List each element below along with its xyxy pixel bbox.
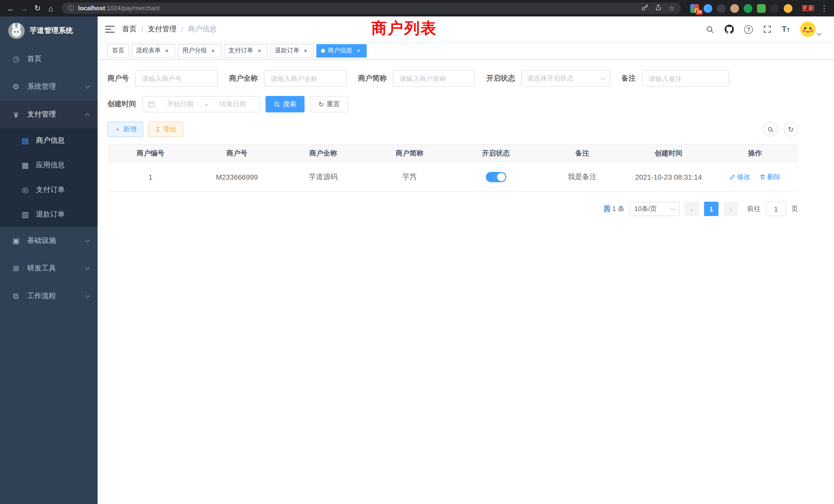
sidebar-item-home[interactable]: ◷ 首页 <box>0 45 97 73</box>
font-size-icon[interactable]: TT <box>782 25 790 33</box>
merchant-name-input[interactable] <box>264 70 347 87</box>
extension-tabs-icon[interactable]: 10 <box>690 4 699 13</box>
home-icon[interactable]: ⌂ <box>44 2 58 15</box>
reset-button[interactable]: ↻ 重置 <box>310 96 348 112</box>
payment-submenu: ▤ 商户信息 ▦ 应用信息 ◎ 支付订单 ▥ 退款订单 <box>0 128 97 227</box>
extension-icon-5[interactable] <box>744 4 752 13</box>
start-date-placeholder: 开始日期 <box>158 99 202 109</box>
field-label: 商户全称 <box>229 74 264 83</box>
table-settings: ↻ <box>763 122 798 137</box>
bookmark-star-icon[interactable]: ☆ <box>668 4 675 12</box>
info-icon[interactable]: ⓘ <box>68 4 74 13</box>
refresh-table-icon[interactable]: ↻ <box>784 122 798 137</box>
next-page-button[interactable]: › <box>724 202 738 216</box>
link-label: 删除 <box>767 172 781 181</box>
sidebar-item-devtools[interactable]: ⊞ 研发工具 <box>0 255 97 282</box>
search-button[interactable]: 搜索 <box>265 96 305 112</box>
page-size-select[interactable]: 10条/页 <box>630 202 679 216</box>
share-icon[interactable] <box>655 4 662 13</box>
export-button[interactable]: ↧ 导出 <box>148 122 183 137</box>
menu-label: 首页 <box>27 54 42 64</box>
key-icon[interactable] <box>641 4 649 13</box>
trash-icon <box>760 174 766 180</box>
pagination: 共 1 条 10条/页 ‹ 1 › 前往 页 <box>107 202 798 216</box>
breadcrumb-home[interactable]: 首页 <box>122 25 137 34</box>
tab-pay-order[interactable]: 支付订单 × <box>224 44 267 57</box>
main-area: 首页 / 支付管理 / 商户信息 商户列表 ? TT <box>97 17 834 504</box>
close-icon[interactable]: × <box>210 47 217 54</box>
search-icon[interactable] <box>706 25 714 33</box>
menu-kebab-icon[interactable]: ⋮ <box>821 4 828 12</box>
extension-paw-icon[interactable] <box>770 4 779 13</box>
extension-icon-6[interactable] <box>757 4 766 13</box>
close-icon[interactable]: × <box>163 47 171 54</box>
breadcrumb-current: 商户信息 <box>188 25 217 34</box>
menu-label: 支付管理 <box>27 110 56 119</box>
sidebar-item-app-info[interactable]: ▦ 应用信息 <box>0 153 97 178</box>
menu-label: 工作流程 <box>27 292 56 301</box>
date-separator: - <box>205 100 208 108</box>
navbar-actions: ? TT <box>706 22 834 37</box>
forward-icon[interactable]: → <box>18 2 31 15</box>
table-toolbar: ＋ 新增 ↧ 导出 ↻ <box>107 122 798 137</box>
sidebar-item-system[interactable]: ⚙ 系统管理 <box>0 73 97 100</box>
browser-chrome: ← → ↻ ⌂ ⓘ localhost:1024/pay/merchant ☆ … <box>0 0 834 17</box>
extensions-row: 10 <box>690 4 792 13</box>
tab-label: 支付订单 <box>228 46 253 55</box>
tab-home[interactable]: 首页 <box>107 44 129 57</box>
tab-label: 用户分组 <box>182 46 207 55</box>
github-icon[interactable] <box>725 25 734 34</box>
tab-user-group[interactable]: 用户分组 × <box>178 44 221 57</box>
filter-form-row-1: 商户号 商户全称 商户简称 开启状态 请选择开启状态 <box>107 70 798 87</box>
close-icon[interactable]: × <box>355 47 362 54</box>
extension-avatar-icon[interactable] <box>730 4 739 13</box>
refund-order-icon: ▥ <box>21 210 30 219</box>
help-icon[interactable]: ? <box>744 25 753 33</box>
sidebar-item-workflow[interactable]: ⧉ 工作流程 <box>0 282 97 310</box>
status-select[interactable]: 请选择开启状态 <box>521 70 610 87</box>
sidebar-item-refund-order[interactable]: ▥ 退款订单 <box>0 202 97 227</box>
tab-process-form[interactable]: 流程表单 × <box>131 44 175 57</box>
short-name-input[interactable] <box>393 70 475 87</box>
merchant-no-input[interactable] <box>135 70 218 87</box>
status-toggle[interactable] <box>486 172 506 182</box>
tab-refund-order[interactable]: 退款订单 × <box>270 44 314 57</box>
update-button[interactable]: 更新 <box>802 4 814 13</box>
extension-icon-3[interactable] <box>717 4 726 13</box>
end-date-placeholder: 结束日期 <box>211 99 255 109</box>
add-button[interactable]: ＋ 新增 <box>107 122 143 137</box>
current-page-button[interactable]: 1 <box>704 202 719 216</box>
tab-merchant-info[interactable]: 商户信息 × <box>316 44 367 57</box>
remark-input[interactable] <box>642 70 729 87</box>
pay-order-icon: ◎ <box>21 185 30 194</box>
user-menu[interactable] <box>800 22 821 37</box>
edit-link[interactable]: 修改 <box>729 172 750 181</box>
sidebar-item-infrastructure[interactable]: ▣ 基础设施 <box>0 227 97 255</box>
close-icon[interactable]: × <box>302 47 309 54</box>
page-size-value: 10条/页 <box>634 204 657 213</box>
prev-page-button[interactable]: ‹ <box>684 202 699 216</box>
delete-link[interactable]: 删除 <box>760 172 781 181</box>
col-actions: 操作 <box>712 144 798 162</box>
reload-icon[interactable]: ↻ <box>31 2 44 15</box>
sidebar-item-pay-order[interactable]: ◎ 支付订单 <box>0 178 97 202</box>
sidebar-item-payment[interactable]: ¥ 支付管理 <box>0 100 97 128</box>
fullscreen-icon[interactable] <box>763 25 771 33</box>
date-range-picker[interactable]: 开始日期 - 结束日期 <box>142 96 260 112</box>
col-remark: 备注 <box>539 144 625 162</box>
app-logo[interactable]: 芋道管理系统 <box>0 17 97 45</box>
back-icon[interactable]: ← <box>4 2 18 15</box>
goto-page-input[interactable] <box>766 202 786 216</box>
breadcrumb-payment[interactable]: 支付管理 <box>148 25 177 34</box>
sidebar-toggle-icon[interactable] <box>97 17 122 42</box>
extension-smiley-icon[interactable] <box>784 4 792 13</box>
extension-icon-2[interactable] <box>704 4 712 13</box>
active-dot <box>321 48 325 53</box>
close-icon[interactable]: × <box>256 47 263 54</box>
menu-label: 系统管理 <box>27 82 56 91</box>
edit-icon <box>729 174 736 180</box>
url-bar[interactable]: ⓘ localhost:1024/pay/merchant ☆ <box>62 3 681 14</box>
sidebar-item-merchant-info[interactable]: ▤ 商户信息 <box>0 128 97 153</box>
workflow-icon: ⧉ <box>11 292 21 301</box>
toggle-search-icon[interactable] <box>763 122 777 137</box>
